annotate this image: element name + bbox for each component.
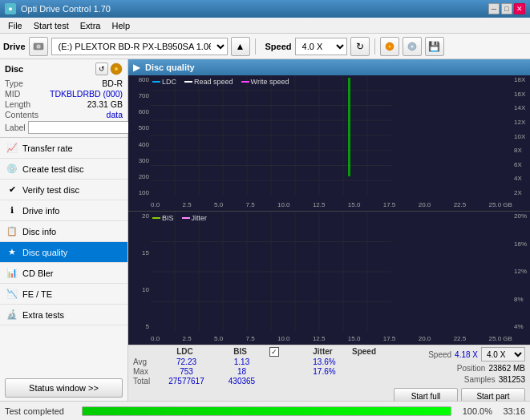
nav-transfer-rate[interactable]: 📈 Transfer rate	[0, 138, 127, 159]
y2-20: 20	[128, 213, 151, 220]
total-row-label: Total	[133, 377, 157, 386]
nav-verify-label: Verify test disc	[22, 185, 79, 195]
y-axis-left1: 800 700 600 500 400 300 200 100	[128, 75, 151, 198]
speed-select[interactable]: 4.0 X	[295, 38, 347, 55]
start-part-button[interactable]: Start part	[461, 388, 525, 401]
svg-point-2	[38, 46, 39, 47]
menu-bar: File Start test Extra Help	[0, 18, 530, 34]
chart2-legend: BIS Jitter	[152, 214, 207, 222]
x1-7: 7.5	[245, 201, 254, 208]
eject-btn[interactable]: ▲	[231, 37, 250, 56]
menu-start-test[interactable]: Start test	[29, 19, 74, 32]
status-window-label: Status window >>	[29, 383, 99, 393]
nav-fe-te-label: FE / TE	[22, 289, 52, 299]
stats-table: LDC BIS ✓ Jitter Speed Avg 72.23	[133, 347, 390, 386]
length-value: 23.31 GB	[87, 99, 123, 109]
disc-quality-panel: ▶ Disc quality LDC Read speed	[128, 59, 530, 401]
x2-5: 5.0	[214, 335, 223, 342]
yr2-4: 4%	[512, 324, 530, 330]
jitter-checkbox[interactable]: ✓	[269, 347, 279, 357]
contents-label: Contents	[5, 110, 38, 119]
nav-create-test-disc[interactable]: 💿 Create test disc	[0, 159, 127, 180]
speed-stat-select[interactable]: 4.0 X	[481, 347, 525, 361]
disc-title: Disc	[5, 64, 23, 74]
nav-extra-tests[interactable]: 🔬 Extra tests	[0, 305, 127, 325]
stats-bar: LDC BIS ✓ Jitter Speed Avg 72.23	[128, 345, 530, 401]
disc-icon2	[384, 41, 395, 52]
nav-disc-info[interactable]: 📋 Disc info	[0, 221, 127, 242]
nav-disc-info-label: Disc info	[22, 227, 56, 236]
drive-select[interactable]: (E:) PLEXTOR BD-R PX-LB950SA 1.06	[51, 38, 228, 55]
x-axis-1: 0.0 2.5 5.0 7.5 10.0 12.5 15.0 17.5 20.0…	[151, 198, 512, 211]
disc-icon-large	[110, 63, 123, 75]
menu-extra[interactable]: Extra	[75, 19, 106, 32]
y1-200: 200	[128, 174, 151, 180]
speed-stat-label: Speed	[428, 350, 451, 359]
yr2-12: 12%	[512, 269, 530, 275]
nav-create-label: Create test disc	[22, 164, 83, 174]
x1-12: 12.5	[313, 201, 326, 208]
start-full-button[interactable]: Start full	[394, 388, 458, 401]
chart-title: Disc quality	[145, 63, 195, 72]
max-row-label: Max	[133, 367, 157, 376]
toolbar: Drive (E:) PLEXTOR BD-R PX-LB950SA 1.06 …	[0, 34, 530, 59]
maximize-button[interactable]: □	[501, 3, 512, 14]
yr1-16x: 16X	[512, 91, 530, 98]
yr2-8: 8%	[512, 297, 530, 303]
app-icon: ●	[5, 3, 16, 14]
nav-cd-bler[interactable]: 📊 CD Bler	[0, 263, 127, 284]
chart-header: ▶ Disc quality	[128, 59, 530, 75]
verify-icon: ✔	[6, 184, 18, 196]
sidebar-nav: 📈 Transfer rate 💿 Create test disc ✔ Ver…	[0, 138, 127, 375]
disc-refresh-btn[interactable]: ↺	[95, 63, 108, 75]
nav-disc-quality[interactable]: ★ Disc quality	[0, 242, 127, 263]
ldc-legend-dot	[152, 81, 160, 83]
max-bis: 18	[216, 367, 268, 376]
chart1-svg	[151, 75, 391, 196]
nav-fe-te[interactable]: 📉 FE / TE	[0, 284, 127, 305]
progress-time: 33:16	[497, 406, 525, 416]
drive-icon-btn[interactable]	[29, 37, 48, 56]
label-input[interactable]	[28, 121, 135, 134]
status-bar: Test completed 100.0% 33:16	[0, 401, 530, 420]
nav-transfer-rate-label: Transfer rate	[22, 143, 73, 153]
mid-value: TDKBLDRBD (000)	[50, 89, 123, 99]
menu-help[interactable]: Help	[107, 19, 135, 32]
yr1-2x: 2X	[512, 190, 530, 196]
save-btn[interactable]: 💾	[425, 37, 444, 56]
avg-jitter: 13.6%	[298, 357, 350, 366]
fe-te-icon: 📉	[6, 289, 18, 300]
y2-5: 5	[128, 324, 151, 330]
disc-btn1[interactable]	[380, 37, 399, 56]
length-label: Length	[5, 99, 30, 109]
y1-100: 100	[128, 190, 151, 196]
disc-btn2[interactable]	[403, 37, 422, 56]
jitter-legend-dot	[182, 217, 190, 219]
disc-quality-icon: ★	[6, 247, 18, 258]
x1-10: 10.0	[277, 201, 290, 208]
y1-300: 300	[128, 158, 151, 164]
minimize-button[interactable]: ─	[488, 3, 500, 14]
status-window-btn[interactable]: Status window >>	[5, 378, 123, 398]
x1-0: 0.0	[151, 201, 160, 208]
type-value: BD-R	[102, 79, 123, 88]
x2-7: 7.5	[245, 335, 254, 342]
refresh-btn[interactable]: ↻	[350, 37, 370, 56]
svg-point-6	[411, 45, 413, 47]
progress-pct: 100.0%	[456, 406, 492, 416]
position-label: Position	[457, 364, 486, 373]
menu-file[interactable]: File	[3, 19, 27, 32]
charts-area: LDC Read speed Write speed 800	[128, 75, 530, 345]
nav-drive-info[interactable]: ℹ Drive info	[0, 200, 127, 221]
progress-bar-fill	[83, 407, 451, 415]
x1-5: 5.0	[214, 201, 223, 208]
jitter-checkbox-group[interactable]: ✓	[269, 347, 279, 357]
ldc-col-header: LDC	[159, 347, 211, 357]
x1-17: 17.5	[383, 201, 396, 208]
jitter-col-header: Jitter	[297, 347, 349, 357]
nav-verify-test-disc[interactable]: ✔ Verify test disc	[0, 180, 127, 200]
contents-value: data	[107, 110, 123, 119]
x-axis-2: 0.0 2.5 5.0 7.5 10.0 12.5 15.0 17.5 20.0…	[151, 332, 512, 345]
close-button[interactable]: ✕	[514, 3, 525, 14]
content-area: ▶ Disc quality LDC Read speed	[128, 59, 530, 401]
